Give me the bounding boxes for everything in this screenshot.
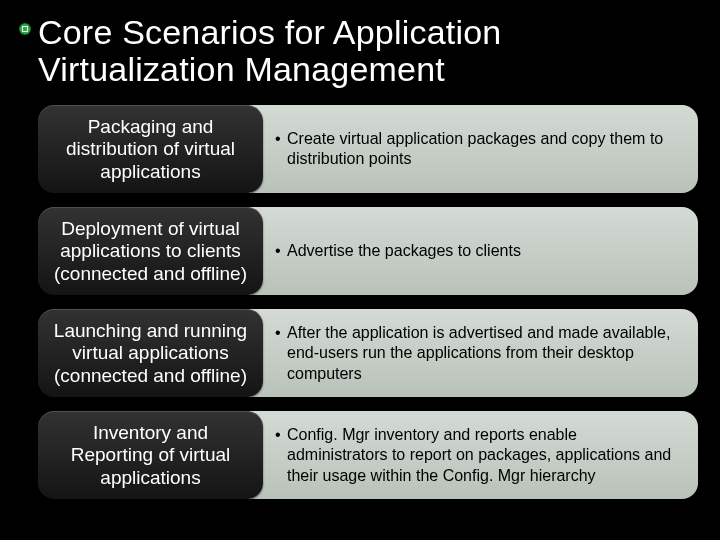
svg-rect-3	[23, 27, 27, 31]
scenario-row: Launching and running virtual applicatio…	[38, 309, 698, 397]
scenario-detail: After the application is advertised and …	[249, 309, 698, 397]
scenario-row: Inventory and Reporting of virtual appli…	[38, 411, 698, 499]
slide: Core Scenarios for Application Virtualiz…	[0, 0, 720, 540]
logo-icon	[18, 22, 32, 36]
scenario-detail: Advertise the packages to clients	[249, 207, 698, 295]
scenario-bullet: Create virtual application packages and …	[275, 129, 680, 170]
scenario-detail: Config. Mgr inventory and reports enable…	[249, 411, 698, 499]
scenario-bullet: After the application is advertised and …	[275, 323, 680, 384]
scenario-label: Deployment of virtual applications to cl…	[38, 207, 263, 295]
scenario-list: Packaging and distribution of virtual ap…	[38, 105, 698, 499]
scenario-detail: Create virtual application packages and …	[249, 105, 698, 193]
scenario-label: Launching and running virtual applicatio…	[38, 309, 263, 397]
scenario-bullet: Advertise the packages to clients	[275, 241, 680, 261]
scenario-label: Packaging and distribution of virtual ap…	[38, 105, 263, 193]
scenario-row: Packaging and distribution of virtual ap…	[38, 105, 698, 193]
slide-title: Core Scenarios for Application Virtualiz…	[38, 14, 698, 87]
scenario-row: Deployment of virtual applications to cl…	[38, 207, 698, 295]
scenario-bullet: Config. Mgr inventory and reports enable…	[275, 425, 680, 486]
scenario-label: Inventory and Reporting of virtual appli…	[38, 411, 263, 499]
